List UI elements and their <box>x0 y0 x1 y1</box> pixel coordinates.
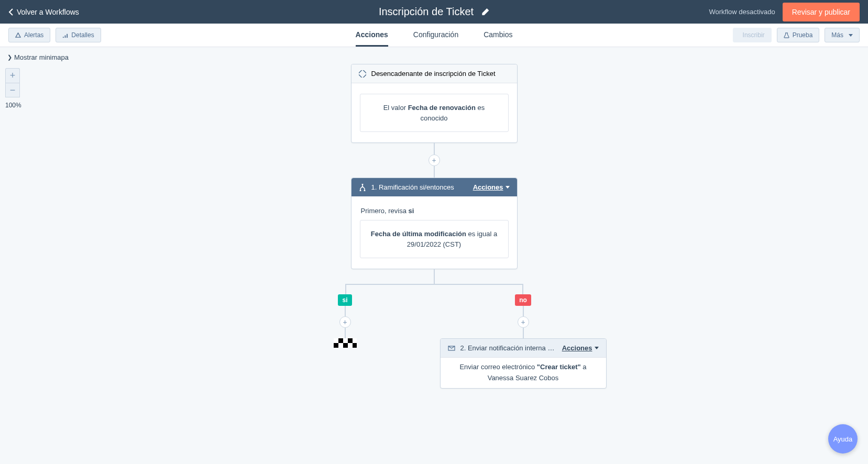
svg-rect-0 <box>63 37 64 38</box>
zoom-out-button[interactable]: − <box>5 83 20 97</box>
svg-point-4 <box>361 184 363 185</box>
workflow-status: Workflow desactivado <box>709 8 775 16</box>
branch-no: no + 2. Enviar notificación interna po… … <box>440 294 607 389</box>
connector <box>523 328 524 338</box>
connector <box>434 269 435 284</box>
tabs: Acciones Configuración Cambios <box>356 24 513 47</box>
email-actions-label: Acciones <box>562 344 592 352</box>
chevron-left-icon <box>8 8 14 16</box>
trigger-card[interactable]: Desencadenante de inscripción de Ticket … <box>351 64 518 143</box>
help-button[interactable]: Ayuda <box>828 424 858 454</box>
trigger-icon <box>359 70 366 78</box>
branches: si + no + 2. Enviar notificación interna… <box>298 284 570 404</box>
flow: Desencadenante de inscripción de Ticket … <box>298 64 570 404</box>
e-pre: Enviar correo electrónico <box>459 363 536 371</box>
add-step-button-no[interactable]: + <box>518 316 529 328</box>
top-right: Workflow desactivado Revisar y publicar <box>709 3 860 21</box>
email-card[interactable]: 2. Enviar notificación interna po… Accio… <box>440 338 607 389</box>
caret-down-icon <box>849 34 853 37</box>
caret-down-icon <box>506 186 510 189</box>
bp-bold: si <box>409 207 414 215</box>
connector <box>345 306 346 316</box>
branch-si: si + <box>334 294 357 348</box>
connector <box>434 166 435 178</box>
branch-body: Primero, revisa si Fecha de última modif… <box>351 196 517 269</box>
bp-pre: Primero, revisa <box>361 207 409 215</box>
trigger-title: Desencadenante de inscripción de Ticket <box>371 70 510 78</box>
chevron-right-icon: ❯ <box>7 54 12 61</box>
add-step-button-si[interactable]: + <box>339 316 351 328</box>
trigger-condition[interactable]: El valor Fecha de renovación es conocido <box>360 94 509 132</box>
add-step-button-1[interactable]: + <box>428 154 440 166</box>
alerts-button[interactable]: Alertas <box>8 28 50 42</box>
top-bar: Volver a Workflows Inscripción de Ticket… <box>0 0 868 24</box>
connector <box>522 284 523 294</box>
canvas[interactable]: ❯ Mostrar minimapa + − 100% Desencadenan… <box>0 47 868 464</box>
title-wrap: Inscripción de Ticket <box>379 6 489 18</box>
branch-card[interactable]: 1. Ramificación si/entonces Acciones Pri… <box>351 178 518 269</box>
end-marker <box>334 338 357 348</box>
sec-right: Inscribir Prueba Más <box>733 28 860 42</box>
tab-configuracion[interactable]: Configuración <box>413 24 458 47</box>
tab-cambios[interactable]: Cambios <box>484 24 512 47</box>
details-icon <box>62 32 68 38</box>
svg-rect-2 <box>67 34 68 37</box>
e-bold: "Crear ticket" <box>537 363 581 371</box>
branch-header: 1. Ramificación si/entonces Acciones <box>351 178 517 196</box>
email-header: 2. Enviar notificación interna po… Accio… <box>441 339 606 358</box>
connector-h <box>345 284 523 285</box>
email-title: 2. Enviar notificación interna po… <box>460 344 557 352</box>
zoom-value: 100% <box>5 102 21 109</box>
minimap-toggle[interactable]: ❯ Mostrar minimapa <box>7 53 69 61</box>
sec-left: Alertas Detalles <box>8 28 101 42</box>
trigger-header: Desencadenante de inscripción de Ticket <box>351 64 517 83</box>
test-label: Prueba <box>793 31 813 39</box>
zoom-in-button[interactable]: + <box>5 68 20 83</box>
details-button[interactable]: Detalles <box>56 28 101 42</box>
svg-point-6 <box>364 190 365 191</box>
minimap-label: Mostrar minimapa <box>14 53 69 61</box>
page-title: Inscripción de Ticket <box>379 6 474 18</box>
tag-no[interactable]: no <box>515 294 531 306</box>
tab-acciones[interactable]: Acciones <box>356 24 388 47</box>
bc-bold: Fecha de última modificación <box>371 230 466 238</box>
publish-button[interactable]: Revisar y publicar <box>783 3 860 21</box>
trigger-body: El valor Fecha de renovación es conocido <box>351 83 517 142</box>
t-pre: El valor <box>383 104 408 112</box>
back-link[interactable]: Volver a Workflows <box>8 8 79 16</box>
connector <box>345 328 346 338</box>
connector <box>523 306 524 316</box>
svg-point-5 <box>359 190 361 191</box>
test-button[interactable]: Prueba <box>777 28 820 42</box>
edit-icon[interactable] <box>481 8 489 16</box>
email-icon <box>448 345 455 352</box>
more-button[interactable]: Más <box>825 28 860 42</box>
inscribe-button: Inscribir <box>733 28 772 42</box>
branch-title: 1. Ramificación si/entonces <box>371 183 468 191</box>
back-label: Volver a Workflows <box>17 8 79 16</box>
tag-si[interactable]: si <box>338 294 351 306</box>
email-actions-link[interactable]: Acciones <box>562 344 599 352</box>
more-label: Más <box>831 31 843 39</box>
caret-down-icon <box>595 347 599 349</box>
branch-actions-label: Acciones <box>473 183 503 191</box>
svg-rect-3 <box>359 70 366 78</box>
branch-icon <box>359 184 366 191</box>
branch-condition[interactable]: Fecha de última modificación es igual a … <box>360 220 509 258</box>
branch-prompt: Primero, revisa si <box>360 207 509 215</box>
alerts-label: Alertas <box>24 31 43 39</box>
warning-icon <box>15 32 21 38</box>
second-bar: Alertas Detalles Acciones Configuración … <box>0 24 868 47</box>
connector <box>345 284 346 294</box>
inscribe-label: Inscribir <box>743 31 765 39</box>
details-label: Detalles <box>71 31 94 39</box>
email-body: Enviar correo electrónico "Crear ticket"… <box>441 358 606 388</box>
branch-actions-link[interactable]: Acciones <box>473 183 510 191</box>
connector <box>434 143 435 154</box>
svg-rect-1 <box>65 35 66 38</box>
t-bold: Fecha de renovación <box>408 104 476 112</box>
zoom-controls: + − 100% <box>5 68 21 109</box>
test-icon <box>784 32 789 38</box>
